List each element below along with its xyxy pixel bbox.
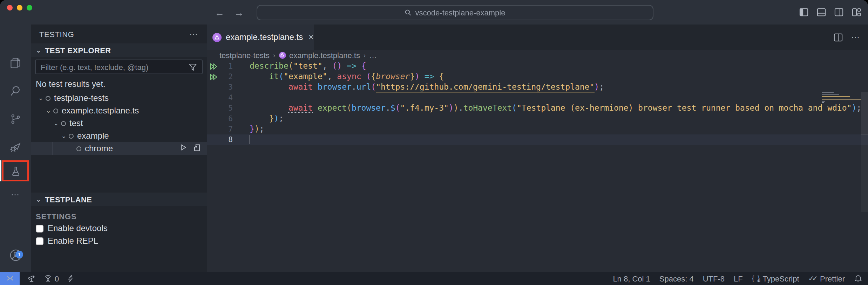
- close-window-button[interactable]: [7, 5, 13, 11]
- filter-funnel-icon[interactable]: [189, 63, 197, 71]
- lightning-bolt-icon: [67, 274, 74, 283]
- command-center-search[interactable]: vscode-testplane-example: [257, 5, 653, 20]
- tab-example-testplane-ts[interactable]: example.testplane.ts ×: [207, 25, 314, 50]
- toggle-primary-sidebar-icon[interactable]: [799, 8, 808, 17]
- search-value: vscode-testplane-example: [415, 8, 506, 17]
- editor-more-actions-icon[interactable]: ⋯: [851, 32, 860, 42]
- run-tests-gutter-icon[interactable]: [209, 73, 218, 80]
- enable-repl-label: Enable REPL: [48, 236, 98, 246]
- breadcrumb-file[interactable]: example.testplane.ts: [289, 51, 360, 59]
- test-explorer-section-header[interactable]: ⌄ TEST EXPLORER: [31, 43, 207, 57]
- test-state-circle-icon: [53, 108, 58, 113]
- code-line-6[interactable]: 6 });: [207, 113, 868, 124]
- tree-item-test[interactable]: ⌄test: [31, 117, 207, 130]
- additional-views-icon[interactable]: ⋯: [0, 184, 31, 205]
- double-check-icon: ✓✓: [808, 274, 816, 282]
- chevron-right-icon: ›: [364, 51, 366, 58]
- toggle-panel-icon[interactable]: [817, 8, 826, 17]
- formatter-status[interactable]: ✓✓ Prettier: [808, 274, 845, 283]
- breadcrumb-folder[interactable]: testplane-tests: [219, 51, 270, 59]
- power-status-item[interactable]: [67, 274, 74, 283]
- split-editor-icon[interactable]: [834, 33, 843, 42]
- eol-status[interactable]: LF: [734, 274, 743, 283]
- customize-layout-icon[interactable]: [852, 8, 861, 17]
- cursor-position-status[interactable]: Ln 8, Col 1: [613, 274, 650, 283]
- chevron-down-icon: ⌄: [36, 95, 45, 102]
- enable-repl-row: Enable REPL: [36, 236, 207, 246]
- ports-count: 0: [55, 274, 59, 283]
- search-icon: [405, 9, 412, 16]
- tab-bar: example.testplane.ts × ⋯: [207, 25, 868, 50]
- chevron-right-icon: ›: [273, 51, 275, 58]
- run-tests-gutter-icon[interactable]: [209, 63, 218, 70]
- encoding-status[interactable]: UTF-8: [703, 274, 725, 283]
- test-state-circle-icon: [61, 121, 66, 126]
- testplane-file-icon: [279, 51, 286, 58]
- nav-back-icon[interactable]: ←: [215, 7, 224, 18]
- code-line-3[interactable]: 3 await browser.url("https://github.com/…: [207, 82, 868, 92]
- tree-item-example.testplane.ts[interactable]: ⌄example.testplane.ts: [31, 104, 207, 117]
- code-line-2[interactable]: 2 it("example", async ({browser}) => {: [207, 71, 868, 82]
- testplane-status-item[interactable]: [27, 274, 36, 283]
- braces-icon: { }⊗: [752, 274, 761, 282]
- remote-icon: [6, 274, 14, 282]
- chevron-down-icon: ⌄: [35, 196, 42, 203]
- source-control-icon[interactable]: [0, 109, 31, 130]
- tree-item-testplane-tests[interactable]: ⌄testplane-tests: [31, 92, 207, 104]
- broadcast-icon: [43, 274, 53, 283]
- testing-flask-icon[interactable]: [0, 160, 31, 181]
- remote-indicator[interactable]: [0, 272, 20, 285]
- tree-item-example[interactable]: ⌄example: [31, 130, 207, 142]
- breadcrumb[interactable]: testplane-tests › example.testplane.ts ›…: [207, 50, 868, 60]
- go-to-test-icon[interactable]: [193, 144, 201, 152]
- code-line-4[interactable]: 4: [207, 92, 868, 103]
- minimap[interactable]: [822, 92, 861, 104]
- accounts-badge: 1: [15, 251, 23, 258]
- vscode-window: ← → vscode-testplane-example: [0, 0, 868, 285]
- explorer-icon[interactable]: [0, 53, 31, 74]
- ports-status-item[interactable]: 0: [43, 274, 59, 283]
- code-line-1[interactable]: 1describe("test", () => {: [207, 61, 868, 71]
- code-editor[interactable]: 1describe("test", () => {2 it("example",…: [207, 60, 868, 272]
- test-filter-input[interactable]: Filter (e.g. text, !exclude, @tag): [35, 60, 203, 74]
- run-test-icon[interactable]: [179, 144, 187, 151]
- chevron-down-icon: ⌄: [35, 47, 42, 54]
- views-and-more-actions-icon[interactable]: ⋯: [189, 29, 198, 39]
- tree-item-chrome[interactable]: chrome: [31, 142, 207, 155]
- breadcrumb-symbol-more[interactable]: …: [369, 51, 377, 59]
- settings-group-label: SETTINGS: [36, 212, 207, 221]
- nav-forward-icon[interactable]: →: [234, 7, 244, 18]
- maximize-window-button[interactable]: [27, 5, 32, 11]
- sidebar-title: TESTING: [39, 30, 74, 38]
- toggle-secondary-sidebar-icon[interactable]: [834, 8, 843, 17]
- enable-devtools-label: Enable devtools: [48, 223, 108, 233]
- testplane-section-header[interactable]: ⌄ TESTPLANE: [31, 193, 207, 206]
- run-debug-icon[interactable]: [0, 137, 31, 158]
- bell-icon: [854, 274, 862, 283]
- activity-bar: ⋯ 1 1: [0, 25, 31, 272]
- test-state-circle-icon: [46, 96, 50, 100]
- tab-close-icon[interactable]: ×: [308, 32, 313, 42]
- indent-guide: [52, 142, 53, 155]
- editor-group: example.testplane.ts × ⋯ testplane-tests…: [207, 25, 868, 272]
- enable-devtools-checkbox[interactable]: [36, 224, 43, 232]
- code-line-7[interactable]: 7});: [207, 124, 868, 134]
- filter-placeholder: Filter (e.g. text, !exclude, @tag): [41, 63, 148, 71]
- code-line-5[interactable]: 5 await expect(browser.$(".f4.my-3")).to…: [207, 103, 868, 113]
- title-bar: ← → vscode-testplane-example: [0, 0, 868, 25]
- editor-scrollbar[interactable]: [861, 92, 868, 212]
- test-state-circle-icon: [69, 133, 74, 138]
- indentation-status[interactable]: Spaces: 4: [659, 274, 694, 283]
- notifications-bell[interactable]: [854, 274, 862, 283]
- minimize-window-button[interactable]: [17, 5, 22, 11]
- chevron-down-icon: ⌄: [52, 120, 60, 127]
- language-status[interactable]: { }⊗ TypeScript: [752, 274, 799, 283]
- search-icon[interactable]: [0, 81, 31, 102]
- test-state-circle-icon: [76, 146, 81, 151]
- testing-sidebar: TESTING ⋯ ⌄ TEST EXPLORER Filter (e.g. t…: [31, 25, 207, 272]
- tab-label: example.testplane.ts: [226, 32, 303, 42]
- test-tree: ⌄testplane-tests⌄example.testplane.ts⌄te…: [31, 92, 207, 155]
- code-line-8[interactable]: 8: [207, 134, 868, 145]
- telescope-icon: [27, 274, 36, 283]
- enable-repl-checkbox[interactable]: [36, 237, 43, 245]
